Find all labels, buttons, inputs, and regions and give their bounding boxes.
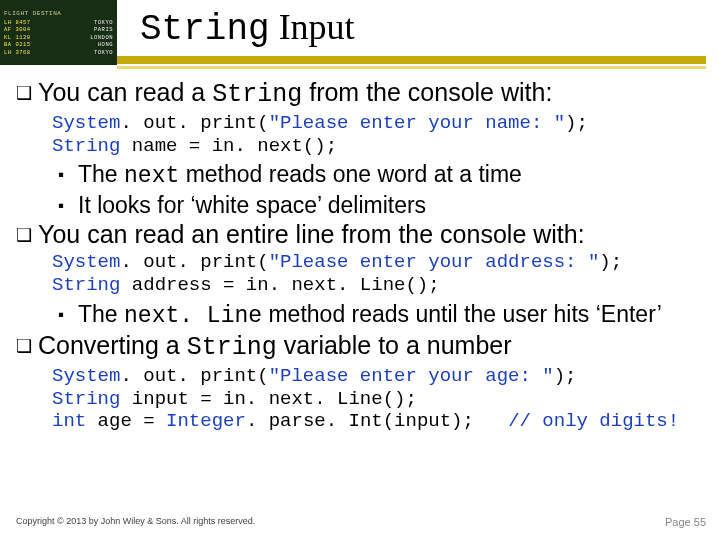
divider-thin [117,66,706,69]
bullet-marker: ▪ [58,161,78,185]
page-number: Page 55 [665,516,706,528]
thumb-heading: FLIGHT DESTINA [4,10,113,17]
copyright: Copyright © 2013 by John Wiley & Sons. A… [16,516,255,526]
thumb-row: LH 3768TOKYO [4,50,113,56]
code-block: System. out. print("Please enter your ag… [52,365,706,433]
bullet-text: You can read a String from the console w… [38,78,552,110]
bullet-level-1: ▪It looks for ‘white space’ delimiters [58,192,706,218]
bullet-text: The next. Line method reads until the us… [78,301,662,329]
slide-title: String Input [140,6,355,50]
thumb-row: LH 8457TOKYO [4,20,113,26]
bullet-marker: ▪ [58,192,78,216]
thumb-row: KL 1129LONDON [4,35,113,41]
code-block: System. out. print("Please enter your ad… [52,251,706,297]
slide-body: ❑You can read a String from the console … [16,78,706,437]
bullet-text: You can read an entire line from the con… [38,220,585,249]
slide: FLIGHT DESTINA LH 8457TOKYO AF 3004PARIS… [0,0,720,540]
bullet-marker: ❑ [16,331,38,357]
bullet-marker: ❑ [16,220,38,246]
bullet-level-1: ▪The next method reads one word at a tim… [58,161,706,189]
bullet-text: It looks for ‘white space’ delimiters [78,192,426,218]
code-block: System. out. print("Please enter your na… [52,112,706,158]
thumb-row: AF 3004PARIS [4,27,113,33]
divider-thick [117,56,706,64]
bullet-level-0: ❑You can read a String from the console … [16,78,706,110]
bullet-text: Converting a String variable to a number [38,331,512,363]
bullet-level-0: ❑Converting a String variable to a numbe… [16,331,706,363]
bullet-marker: ❑ [16,78,38,104]
corner-image: FLIGHT DESTINA LH 8457TOKYO AF 3004PARIS… [0,0,117,65]
bullet-level-0: ❑You can read an entire line from the co… [16,220,706,249]
thumb-row: BA 0215HONG [4,42,113,48]
bullet-text: The next method reads one word at a time [78,161,522,189]
bullet-level-1: ▪The next. Line method reads until the u… [58,301,706,329]
bullet-marker: ▪ [58,301,78,325]
